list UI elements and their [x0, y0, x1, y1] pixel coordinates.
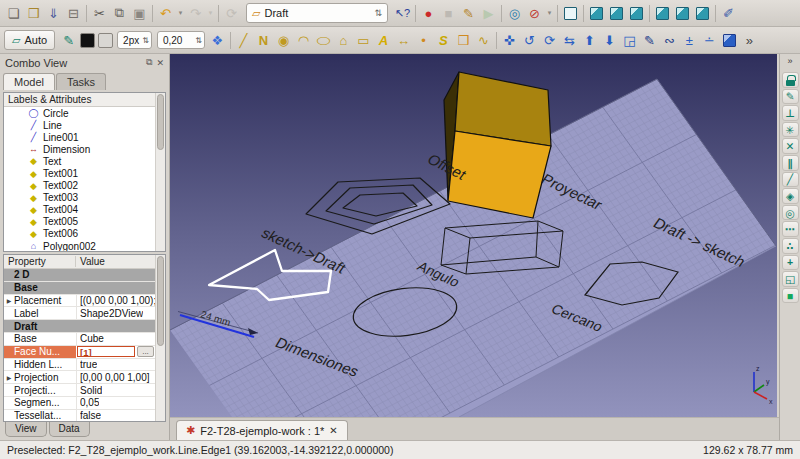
snap-parallel-button[interactable]: ∥ — [782, 155, 799, 171]
macro-play-button[interactable]: ▶ — [479, 3, 498, 24]
property-value[interactable]: false — [80, 410, 101, 421]
tree-item-text005[interactable]: ◆ Text005 — [4, 216, 155, 228]
property-value[interactable]: [(0,00 0,00 1,00); 0 °; (... — [80, 295, 155, 306]
snap-ortho-button[interactable]: ✳ — [782, 122, 799, 138]
property-row-hidden-lines[interactable]: Hidden L... true — [4, 359, 155, 372]
toolbar-overflow-icon[interactable]: » — [787, 56, 792, 66]
copy-button[interactable]: ⧉ — [110, 3, 129, 24]
tree-item-text004[interactable]: ◆ Text004 — [4, 204, 155, 216]
snap-intersection-button[interactable]: ✕ — [782, 138, 799, 154]
property-row-projection[interactable]: ▶ Projection [0,00 0,00 1,00] — [4, 371, 155, 384]
draft-upgrade-button[interactable]: ⬆ — [580, 30, 599, 51]
draft-delete-point-button[interactable]: ∸ — [700, 30, 719, 51]
cube-object[interactable] — [444, 72, 551, 218]
redo-button[interactable]: ↷ — [186, 3, 205, 24]
property-row-placement[interactable]: ▶ Placement [(0,00 0,00 1,00); 0 °; (... — [4, 295, 155, 308]
macro-record-button[interactable]: ● — [419, 3, 438, 24]
snap-perpendicular-button[interactable]: ⊥ — [782, 105, 799, 121]
toggle-construction-button[interactable]: ✎ — [59, 30, 78, 51]
property-scrollbar-thumb[interactable] — [157, 256, 164, 346]
property-value[interactable]: 0,05 — [80, 397, 99, 408]
expand-arrow-icon[interactable] — [4, 346, 14, 358]
spinner-arrows-icon[interactable]: ⇅ — [142, 36, 149, 45]
property-value[interactable]: true — [80, 359, 97, 370]
draft-shape2dview-button[interactable] — [720, 30, 739, 51]
tree-item-circle[interactable]: ◯ Circle — [4, 107, 155, 119]
toolbar-overflow[interactable]: » — [740, 30, 759, 51]
tab-model[interactable]: Model — [3, 73, 55, 90]
snap-lock-button[interactable] — [782, 72, 799, 88]
draft-dimension-button[interactable]: ↔ — [394, 30, 413, 51]
property-row-segment-length[interactable]: Segmen... 0,05 — [4, 397, 155, 410]
fit-all-button[interactable]: ◎ — [505, 3, 524, 24]
cut-button[interactable]: ✂ — [90, 3, 109, 24]
tree-item-line[interactable]: ╱ Line — [4, 119, 155, 131]
draft-edit-button[interactable]: ✎ — [640, 30, 659, 51]
autogroup-button[interactable]: ❖ — [208, 30, 227, 51]
macro-stop-button[interactable]: ■ — [439, 3, 458, 24]
view-right-button[interactable] — [627, 3, 646, 24]
draft-line-button[interactable]: ╱ — [234, 30, 253, 51]
draft-polygon-button[interactable]: ⌂ — [334, 30, 353, 51]
snap-extension-button[interactable]: ╱ — [782, 172, 799, 188]
tree-scrollbar[interactable] — [155, 93, 165, 251]
tab-tasks[interactable]: Tasks — [56, 73, 106, 90]
snap-dimensions-button[interactable]: ⋯ — [782, 221, 799, 237]
property-group-base[interactable]: Base — [4, 282, 155, 295]
view-left-button[interactable] — [693, 3, 712, 24]
draft-bezier-button[interactable]: ∿ — [474, 30, 493, 51]
draft-arc-button[interactable]: ◠ — [294, 30, 313, 51]
property-row-tessellation[interactable]: Tessellat... false — [4, 410, 155, 421]
draft-point-button[interactable]: • — [414, 30, 433, 51]
property-row-face-number[interactable]: Face Nu... [1] ... — [4, 346, 155, 359]
snap-special-button[interactable]: ◈ — [782, 188, 799, 204]
property-value[interactable]: [0,00 0,00 1,00] — [80, 372, 150, 383]
draft-scale-button[interactable]: ◲ — [620, 30, 639, 51]
property-value[interactable]: Shape2DView — [80, 308, 143, 319]
line-color-swatch[interactable] — [80, 33, 95, 48]
snap-grid-button[interactable]: + — [782, 255, 799, 271]
property-row-base[interactable]: Base Cube — [4, 333, 155, 346]
close-panel-icon[interactable]: ✕ — [156, 58, 164, 68]
float-panel-icon[interactable]: ⧉ — [146, 57, 152, 68]
property-group-2d[interactable]: 2 D — [4, 269, 155, 282]
new-file-button[interactable]: ❏ — [4, 3, 23, 24]
redo-dropdown[interactable]: ▾ — [206, 3, 215, 24]
undo-button[interactable]: ↶ — [156, 3, 175, 24]
tree-scrollbar-thumb[interactable] — [157, 94, 164, 150]
draft-bspline-button[interactable]: S — [434, 30, 453, 51]
document-tab[interactable]: ✱ F2-T28-ejemplo-work : 1* ✕ — [176, 420, 348, 440]
draw-style-button[interactable]: ⊘ — [525, 3, 544, 24]
edit-dialog-button[interactable]: ... — [137, 346, 154, 357]
draft-wire-button[interactable]: N — [254, 30, 273, 51]
tab-view[interactable]: View — [5, 422, 47, 437]
draft-trimex-button[interactable]: ⇆ — [560, 30, 579, 51]
scale-spinbox[interactable]: 0,20 ⇅ — [157, 31, 205, 49]
draft-rotate-button[interactable]: ↺ — [520, 30, 539, 51]
tree-item-text[interactable]: ◆ Text — [4, 155, 155, 167]
toggle-grid-button[interactable]: ■ — [782, 288, 799, 304]
draft-facebinder-button[interactable]: ❒ — [454, 30, 473, 51]
tree-item-dimension[interactable]: ↔ Dimension — [4, 143, 155, 155]
view-front-button[interactable] — [587, 3, 606, 24]
snap-endpoint-button[interactable]: ✎ — [782, 89, 799, 105]
draft-wire-to-bspline-button[interactable]: ∾ — [660, 30, 679, 51]
draft-text-button[interactable]: A — [374, 30, 393, 51]
snap-center-button[interactable]: ◎ — [782, 205, 799, 221]
tree-item-line001[interactable]: ╱ Line001 — [4, 131, 155, 143]
open-file-button[interactable]: ❒ — [24, 3, 43, 24]
tab-data[interactable]: Data — [49, 422, 90, 437]
line-width-spinbox[interactable]: 2px ⇅ — [117, 31, 152, 49]
expand-arrow-icon[interactable]: ▶ — [4, 374, 14, 381]
snap-near-button[interactable]: ∴ — [782, 238, 799, 254]
draft-move-button[interactable]: ✜ — [500, 30, 519, 51]
tree-item-text006[interactable]: ◆ Text006 — [4, 228, 155, 240]
view-axonometric-button[interactable] — [561, 3, 580, 24]
tree-item-text002[interactable]: ◆ Text002 — [4, 180, 155, 192]
draft-circle-button[interactable]: ◉ — [274, 30, 293, 51]
view-bottom-button[interactable] — [673, 3, 692, 24]
undo-dropdown[interactable]: ▾ — [176, 3, 185, 24]
property-row-label[interactable]: Label Shape2DView — [4, 307, 155, 320]
property-row-projection-mode[interactable]: Projecti... Solid — [4, 384, 155, 397]
view-rear-button[interactable] — [653, 3, 672, 24]
